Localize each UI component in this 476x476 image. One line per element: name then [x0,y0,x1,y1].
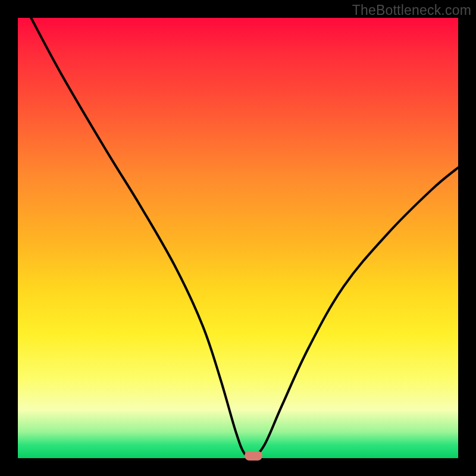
chart-frame: TheBottleneck.com [0,0,476,476]
optimal-point-marker [245,451,262,461]
bottleneck-curve [18,18,458,458]
watermark-text: TheBottleneck.com [352,2,471,18]
plot-area [18,18,458,458]
